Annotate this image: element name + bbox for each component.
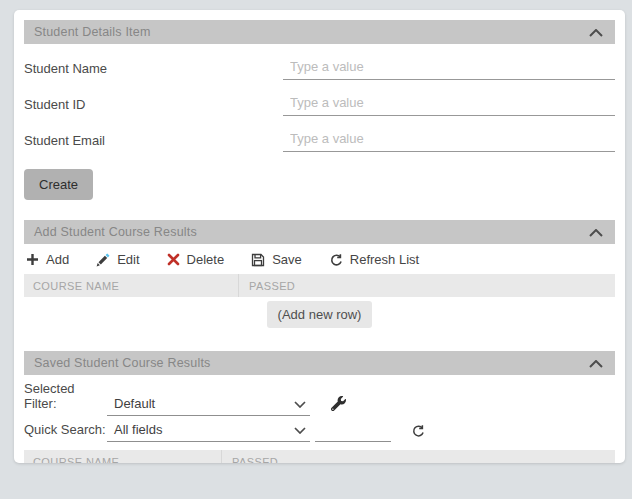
add-button-label: Add xyxy=(46,252,69,267)
selected-filter-dropdown[interactable]: Default xyxy=(107,396,310,416)
refresh-list-button-label: Refresh List xyxy=(350,252,419,267)
edit-button[interactable]: Edit xyxy=(96,252,139,267)
selected-filter-row: Selected Filter: Default xyxy=(24,381,615,416)
quick-search-refresh-button[interactable] xyxy=(411,424,425,442)
floppy-icon xyxy=(251,253,265,267)
filter-settings-button[interactable] xyxy=(331,396,346,416)
delete-button-label: Delete xyxy=(187,252,225,267)
delete-x-icon xyxy=(167,253,180,266)
add-results-grid-header: COURSE NAME PASSED xyxy=(24,274,615,297)
save-button-label: Save xyxy=(272,252,302,267)
add-new-row-area: (Add new row) xyxy=(24,301,615,328)
chevron-up-icon xyxy=(589,225,603,240)
form-card: Student Details Item Student Name Studen… xyxy=(14,10,625,463)
student-name-row: Student Name xyxy=(24,59,615,80)
wrench-icon xyxy=(331,396,346,414)
panel-title: Add Student Course Results xyxy=(34,225,197,239)
student-id-row: Student ID xyxy=(24,95,615,116)
add-button[interactable]: Add xyxy=(26,252,69,267)
results-toolbar: Add Edit Delete xyxy=(24,244,615,274)
student-id-label: Student ID xyxy=(24,97,283,116)
quick-search-field-value: All fields xyxy=(114,422,162,437)
chevron-down-icon xyxy=(294,396,306,411)
quick-search-row: Quick Search: All fields xyxy=(24,422,615,442)
selected-filter-value: Default xyxy=(114,396,155,411)
panel-title: Saved Student Course Results xyxy=(34,356,211,370)
panel-header-add-results[interactable]: Add Student Course Results xyxy=(24,220,615,244)
delete-button[interactable]: Delete xyxy=(167,252,225,267)
collapse-button[interactable] xyxy=(587,354,605,373)
create-button[interactable]: Create xyxy=(24,169,93,200)
column-header-course-name: COURSE NAME xyxy=(24,450,222,463)
save-button[interactable]: Save xyxy=(251,252,302,267)
chevron-up-icon xyxy=(589,356,603,371)
saved-results-grid-header: COURSE NAME PASSED xyxy=(24,450,615,463)
quick-search-input[interactable] xyxy=(315,422,391,442)
chevron-up-icon xyxy=(589,25,603,40)
add-new-row-button[interactable]: (Add new row) xyxy=(267,301,373,328)
quick-search-label: Quick Search: xyxy=(24,422,107,442)
pencil-icon xyxy=(96,253,110,267)
refresh-icon xyxy=(329,253,343,267)
column-header-course-name: COURSE NAME xyxy=(24,274,239,297)
refresh-list-button[interactable]: Refresh List xyxy=(329,252,419,267)
refresh-icon xyxy=(411,424,425,441)
student-name-label: Student Name xyxy=(24,61,283,80)
selected-filter-label: Selected Filter: xyxy=(24,381,107,416)
student-email-label: Student Email xyxy=(24,133,283,152)
panel-title: Student Details Item xyxy=(34,25,151,39)
collapse-button[interactable] xyxy=(587,223,605,242)
quick-search-field-dropdown[interactable]: All fields xyxy=(107,422,310,442)
panel-header-student-details[interactable]: Student Details Item xyxy=(24,20,615,44)
column-header-passed: PASSED xyxy=(222,450,615,463)
panel-header-saved-results[interactable]: Saved Student Course Results xyxy=(24,351,615,375)
student-email-input[interactable] xyxy=(283,131,615,152)
student-id-input[interactable] xyxy=(283,95,615,116)
plus-icon xyxy=(26,253,39,266)
chevron-down-icon xyxy=(294,422,306,437)
collapse-button[interactable] xyxy=(587,23,605,42)
column-header-passed: PASSED xyxy=(239,274,615,297)
student-email-row: Student Email xyxy=(24,131,615,152)
student-name-input[interactable] xyxy=(283,59,615,80)
edit-button-label: Edit xyxy=(117,252,139,267)
